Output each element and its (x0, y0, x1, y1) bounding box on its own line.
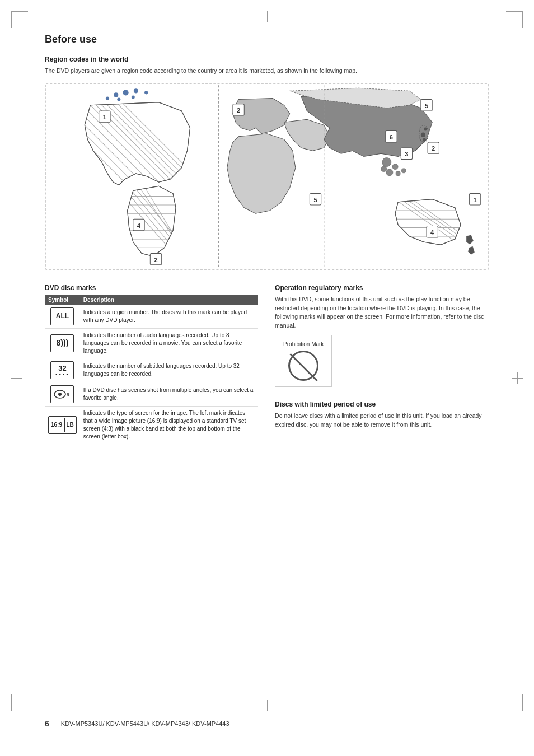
svg-text:5: 5 (313, 197, 317, 203)
middle-east (284, 119, 330, 151)
symbol-subtitle: 32 ···· (50, 361, 74, 379)
description-wide: Indicates the type of screen for the ima… (80, 406, 258, 444)
table-row: 16:9 LB Indicates the type of screen for… (45, 406, 258, 444)
svg-text:4: 4 (430, 229, 434, 236)
corner-mark-tl (11, 11, 28, 28)
svg-line-42 (387, 193, 472, 253)
dvd-disc-marks-section: DVD disc marks Symbol Description ALL In… (45, 284, 258, 444)
page: Before use Region codes in the world The… (0, 0, 534, 756)
africa (227, 133, 296, 213)
svg-line-19 (142, 182, 181, 248)
two-col-section: DVD disc marks Symbol Description ALL In… (45, 284, 489, 444)
svg-point-76 (58, 393, 62, 396)
world-map-area: 1 (45, 81, 489, 273)
svg-point-33 (392, 164, 398, 169)
svg-line-6 (107, 94, 190, 176)
operation-regulatory-title: Operation regulatory marks (275, 284, 488, 292)
svg-point-36 (381, 166, 387, 171)
corner-mark-bl (11, 694, 28, 711)
svg-text:9: 9 (67, 392, 69, 398)
table-row: 9 If a DVD disc has scenes shot from mul… (45, 382, 258, 406)
svg-line-9 (62, 102, 174, 213)
discs-limited-description: Do not leave discs with a limited period… (275, 412, 488, 430)
dvd-marks-table: Symbol Description ALL Indicates a regio… (45, 295, 258, 444)
description-angle: If a DVD disc has scenes shot from multi… (80, 382, 258, 406)
svg-point-54 (144, 91, 148, 94)
north-america (50, 94, 216, 219)
symbol-wide-cell: 16:9 LB (45, 406, 80, 444)
discs-limited-section: Discs with limited period of use Do not … (275, 400, 488, 430)
symbol-audio: 8))) (50, 334, 74, 352)
prohibition-box: Prohibition Mark (275, 335, 332, 387)
svg-point-35 (396, 171, 400, 176)
svg-point-50 (106, 96, 109, 100)
page-footer: 6 KDV-MP5343U/ KDV-MP5443U/ KDV-MP4343/ … (45, 719, 489, 728)
world-map-svg: 1 (45, 81, 489, 272)
australia (387, 193, 475, 253)
region-codes-description: The DVD players are given a region code … (45, 67, 489, 76)
europe (233, 98, 290, 133)
svg-text:2: 2 (237, 107, 240, 114)
crosshair-left (11, 372, 22, 384)
svg-line-1 (79, 94, 193, 208)
footer-model-text: KDV-MP5343U/ KDV-MP5443U/ KDV-MP4343/ KD… (61, 720, 229, 727)
svg-point-32 (382, 157, 391, 166)
svg-point-37 (401, 168, 406, 172)
table-row: 8))) Indicates the number of audio langu… (45, 328, 258, 358)
prohibition-icon (288, 351, 318, 381)
svg-text:1: 1 (103, 114, 106, 120)
corner-mark-br (506, 694, 523, 711)
table-row: ALL Indicates a region number. The discs… (45, 305, 258, 329)
symbol-subtitle-cell: 32 ···· (45, 358, 80, 382)
svg-line-11 (50, 108, 162, 220)
symbol-angle: 9 (50, 385, 74, 403)
southeast-asia (381, 157, 406, 176)
svg-text:2: 2 (154, 256, 157, 263)
svg-text:4: 4 (137, 222, 141, 228)
svg-point-39 (424, 127, 427, 130)
svg-text:1: 1 (473, 197, 476, 203)
symbol-all-cell: ALL (45, 305, 80, 329)
crosshair-top (261, 11, 273, 22)
svg-point-34 (386, 169, 393, 176)
operation-regulatory-description: With this DVD, some functions of this un… (275, 295, 488, 330)
symbol-all: ALL (50, 307, 74, 325)
canada-dots (106, 88, 148, 101)
svg-line-18 (136, 182, 185, 253)
svg-point-53 (134, 88, 138, 93)
svg-line-15 (119, 182, 187, 265)
svg-point-56 (132, 95, 135, 99)
svg-line-43 (392, 193, 475, 250)
svg-point-51 (114, 92, 118, 97)
table-header-symbol: Symbol (45, 295, 80, 305)
footer-divider (55, 720, 55, 727)
south-america (113, 182, 199, 265)
svg-line-12 (113, 94, 193, 174)
svg-point-41 (423, 138, 426, 142)
symbol-angle-cell: 9 (45, 382, 80, 406)
discs-limited-title: Discs with limited period of use (275, 400, 488, 408)
svg-text:6: 6 (390, 134, 393, 141)
svg-text:5: 5 (425, 102, 428, 109)
section-title: Before use (45, 34, 489, 45)
page-number: 6 (45, 719, 49, 728)
svg-text:2: 2 (432, 145, 435, 152)
svg-line-10 (56, 105, 167, 217)
corner-mark-tr (506, 11, 523, 28)
svg-point-40 (421, 132, 425, 137)
prohibition-label: Prohibition Mark (283, 341, 324, 347)
operation-regulatory-section: Operation regulatory marks With this DVD… (275, 284, 488, 387)
description-audio: Indicates the number of audio languages … (80, 328, 258, 358)
crosshair-bottom (261, 700, 273, 711)
description-all: Indicates a region number. The discs wit… (80, 305, 258, 329)
svg-point-55 (117, 97, 120, 101)
description-subtitle: Indicates the number of subtitled langua… (80, 358, 258, 382)
right-column: Operation regulatory marks With this DVD… (275, 284, 488, 444)
region-codes-section: Region codes in the world The DVD player… (45, 55, 489, 273)
table-header-description: Description (80, 295, 258, 305)
symbol-audio-cell: 8))) (45, 328, 80, 358)
svg-point-52 (123, 90, 128, 95)
region-codes-title: Region codes in the world (45, 55, 489, 63)
svg-text:3: 3 (405, 151, 408, 157)
crosshair-right (512, 372, 523, 384)
